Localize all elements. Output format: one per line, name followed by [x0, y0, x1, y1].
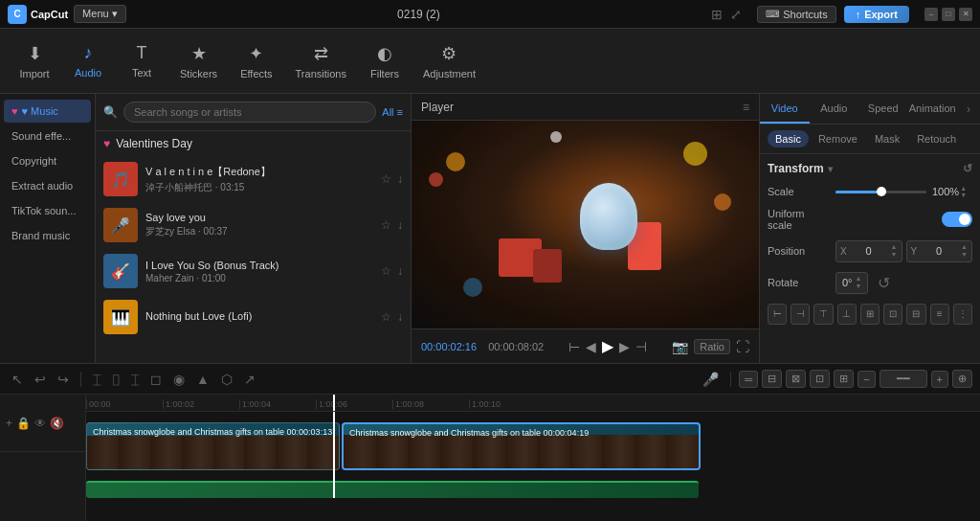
favorite-button[interactable]: ☆ [381, 310, 391, 324]
export-button[interactable]: ↑ Export [844, 6, 909, 23]
minimize-button[interactable]: – [924, 8, 938, 21]
tab-animation[interactable]: Animation [908, 94, 958, 124]
rotate-stepper[interactable]: ▲ ▼ [856, 275, 862, 291]
download-button[interactable]: ↓ [397, 264, 403, 278]
tab-video[interactable]: Video [760, 94, 810, 124]
select-tool-icon[interactable]: ↖ [8, 370, 27, 389]
reset-button[interactable]: ↺ [963, 162, 972, 175]
crop-icon[interactable]: ◻ [146, 370, 166, 389]
download-button[interactable]: ↓ [397, 310, 403, 324]
sidebar-item-music[interactable]: ♥♥ Music [4, 100, 91, 123]
undo-icon[interactable]: ↩ [31, 370, 50, 389]
uniform-scale-toggle[interactable] [942, 212, 972, 227]
search-input[interactable] [123, 102, 376, 123]
track-btn-2[interactable]: ⊟ [762, 370, 782, 388]
pos-y-stepper[interactable]: ▲ ▼ [961, 243, 968, 260]
redo-icon[interactable]: ↪ [54, 370, 73, 389]
list-item[interactable]: 🎤 Say love you 罗芝zy Elsa · 00:37 ☆ ↓ [96, 202, 411, 248]
maximize-button[interactable]: □ [942, 8, 955, 21]
main-track-btn[interactable]: ═ [739, 371, 758, 388]
close-button[interactable]: ✕ [959, 8, 972, 21]
subtab-retouch[interactable]: Retouch [909, 130, 964, 147]
tool-filters[interactable]: ◐ Filters [360, 37, 410, 85]
frame-back-icon[interactable]: ⊢ [568, 339, 580, 354]
expand-icon[interactable]: ⤢ [730, 7, 742, 22]
frame-fwd-icon[interactable]: ⊣ [635, 339, 647, 354]
tool-transitions[interactable]: ⇄ Transitions [286, 37, 356, 85]
align-right-button[interactable]: ⊣ [791, 304, 810, 325]
pos-x-field[interactable]: X 0 ▲ ▼ [835, 240, 902, 262]
menu-button[interactable]: Menu ▾ [74, 5, 126, 23]
eye-track-icon[interactable]: 👁 [34, 417, 46, 430]
tool-text[interactable]: T Text [117, 37, 167, 84]
sidebar-item-copyright[interactable]: Copyright [4, 149, 91, 172]
audio-clip[interactable] [86, 481, 699, 498]
playhead[interactable] [333, 412, 335, 498]
align-extra1-button[interactable]: ≡ [930, 304, 949, 325]
trim-left-icon[interactable]: ⌷ [108, 370, 123, 389]
tool-stickers[interactable]: ★ Stickers [170, 37, 227, 85]
rotate-field[interactable]: 0° ▲ ▼ [835, 272, 868, 294]
download-button[interactable]: ↓ [397, 172, 403, 186]
tool-adjustment[interactable]: ⚙ Adjustment [413, 37, 485, 85]
ratio-button[interactable]: Ratio [694, 339, 730, 354]
scale-stepper[interactable]: ▲ ▼ [960, 185, 967, 198]
zoom-out-btn[interactable]: − [858, 371, 875, 388]
list-item[interactable]: 🎸 I Love You So (Bonus Track) Maher Zain… [96, 248, 411, 294]
sidebar-item-tiktok-sound[interactable]: TikTok soun... [4, 199, 91, 222]
video-clip-2[interactable]: Christmas snowglobe and Christmas gifts … [342, 422, 701, 470]
align-center-h-button[interactable]: ⊞ [860, 304, 880, 325]
layout-icon[interactable]: ⊞ [711, 7, 723, 22]
marker-icon[interactable]: ▲ [192, 370, 213, 389]
pos-x-stepper[interactable]: ▲ ▼ [891, 243, 898, 260]
tab-speed[interactable]: Speed [858, 94, 908, 124]
scale-slider[interactable] [835, 191, 926, 193]
align-extra2-button[interactable]: ⋮ [953, 304, 972, 325]
more-tabs-icon[interactable]: › [957, 94, 980, 124]
add-track-icon[interactable]: + [6, 417, 12, 430]
keyframe-icon[interactable]: ⬡ [217, 370, 236, 389]
screenshot-icon[interactable]: 📷 [672, 339, 688, 354]
align-center-v-button[interactable]: ⊡ [883, 304, 902, 325]
fit-btn[interactable]: ⊕ [952, 370, 972, 388]
track-btn-5[interactable]: ⊞ [834, 370, 854, 388]
favorite-button[interactable]: ☆ [381, 218, 391, 232]
next-frame-icon[interactable]: ▶ [619, 339, 630, 354]
zoom-in-btn[interactable]: + [931, 371, 948, 388]
tool-effects[interactable]: ✦ Effects [231, 37, 281, 85]
lock-track-icon[interactable]: 🔒 [16, 417, 31, 430]
track-btn-4[interactable]: ⊡ [810, 370, 830, 388]
mic-icon[interactable]: 🎤 [699, 370, 723, 389]
track-btn-3[interactable]: ⊠ [786, 370, 806, 388]
tab-audio[interactable]: Audio [810, 94, 859, 124]
download-button[interactable]: ↓ [397, 218, 403, 232]
zoom-slider[interactable]: ━━ [880, 370, 927, 388]
tool-import[interactable]: ⬇ Import [10, 37, 59, 85]
sidebar-item-extract-audio[interactable]: Extract audio [4, 174, 91, 197]
shortcuts-button[interactable]: ⌨ Shortcuts [757, 6, 835, 23]
pos-y-field[interactable]: Y 0 ▲ ▼ [906, 240, 973, 262]
sidebar-item-brand-music[interactable]: Brand music [4, 224, 91, 247]
trim-right-icon[interactable]: ⌶ [127, 370, 143, 389]
align-left-button[interactable]: ⊢ [768, 304, 787, 325]
all-filter-button[interactable]: All ≡ [382, 106, 403, 118]
favorite-button[interactable]: ☆ [381, 172, 391, 186]
align-top-button[interactable]: ⊤ [813, 304, 833, 325]
rotate-reset-icon[interactable]: ↺ [878, 274, 890, 292]
favorite-button[interactable]: ☆ [381, 264, 391, 278]
subtab-basic[interactable]: Basic [768, 130, 809, 147]
player-menu-icon[interactable]: ≡ [743, 101, 749, 114]
subtab-mask[interactable]: Mask [867, 130, 907, 147]
fullscreen-icon[interactable]: ⛶ [736, 339, 749, 354]
play-tl-icon[interactable]: ◉ [169, 370, 189, 389]
prev-frame-icon[interactable]: ◀ [586, 339, 596, 354]
align-distribute-button[interactable]: ⊟ [906, 304, 925, 325]
sidebar-item-sound-effects[interactable]: Sound effe... [4, 125, 91, 147]
link-icon[interactable]: ↗ [240, 370, 259, 389]
list-item[interactable]: 🎵 V a l e n t i n e【Redone】 淖子小船神托巴 · 03… [96, 156, 411, 202]
mute-track-icon[interactable]: 🔇 [50, 417, 64, 430]
video-clip-1[interactable]: Christmas snowglobe and Christmas gifts … [86, 422, 340, 470]
align-bottom-button[interactable]: ⊥ [837, 304, 857, 325]
play-button[interactable]: ▶ [602, 337, 613, 355]
tool-audio[interactable]: ♪ Audio [63, 37, 113, 84]
